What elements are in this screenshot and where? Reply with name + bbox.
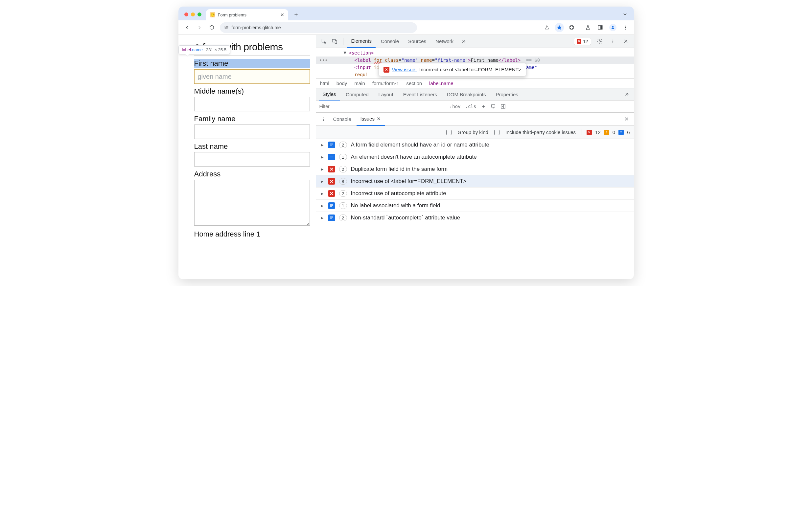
tab-console[interactable]: Console [377,35,403,48]
svg-rect-11 [335,41,336,43]
issue-row[interactable]: ▶2Non-standard `autocomplete` attribute … [316,212,634,224]
new-tab-button[interactable]: ＋ [291,10,301,19]
hov-toggle[interactable]: :hov [450,104,461,109]
back-button[interactable] [182,23,192,32]
more-subtabs-button[interactable] [622,90,631,99]
styles-filter-input[interactable] [316,101,446,112]
error-icon: ✕ [383,67,389,73]
settings-button[interactable] [595,37,604,46]
error-count-value: 12 [595,129,601,135]
issues-list: ▶2A form field element should have an id… [316,139,634,279]
share-button[interactable] [542,23,552,32]
view-issue-link[interactable]: View issue: [392,66,417,73]
drawer-tabbar: Console Issues ✕ ✕ [316,113,634,126]
issue-row[interactable]: ▶1No label associated with a form field [316,200,634,212]
expand-arrow-icon: ▶ [321,179,324,184]
device-tool-icon[interactable] [491,104,496,109]
elements-dom-tree[interactable]: ▼ ••• <section> <label for class="name" … [316,48,634,78]
tab-sources[interactable]: Sources [404,35,430,48]
divider [194,55,310,55]
issue-count-pill: 2 [339,166,347,173]
reload-button[interactable] [207,23,217,32]
minimize-window-button[interactable] [191,12,195,17]
tab-network[interactable]: Network [431,35,457,48]
subtab-styles[interactable]: Styles [319,88,340,101]
close-drawer-button[interactable]: ✕ [622,116,631,122]
extensions-button[interactable] [567,23,576,32]
address-label: Address [194,170,310,178]
crumb-body[interactable]: body [336,80,347,86]
collapse-arrow-icon[interactable]: ▼ [344,49,346,56]
error-count-badge[interactable]: ✕ 12 [574,38,591,45]
styles-tabbar: Styles Computed Layout Event Listeners D… [316,88,634,101]
rendered-page: label.name 331 × 25.5 A form with proble… [178,35,316,279]
side-panel-button[interactable] [596,23,605,32]
svg-point-0 [225,26,226,27]
crumb-label[interactable]: label.name [429,80,453,86]
drawer-menu-button[interactable] [319,115,328,124]
drawer-tab-issues-label: Issues [360,116,375,122]
issue-row[interactable]: ▶1An element doesn't have an autocomplet… [316,151,634,163]
tooltip-tag: label [182,47,191,52]
tooltip-dimensions: 331 × 25.5 [206,47,226,52]
new-style-button[interactable] [481,104,486,109]
issue-row[interactable]: ▶2Duplicate form field id in the same fo… [316,163,634,175]
more-tabs-button[interactable] [459,37,468,46]
browser-tab[interactable]: 😶 Form problems ✕ [206,9,288,20]
site-settings-icon[interactable] [224,25,229,30]
browser-tabstrip: 😶 Form problems ✕ ＋ [178,6,634,20]
maximize-window-button[interactable] [198,12,201,17]
profile-button[interactable] [608,23,617,32]
issue-row[interactable]: ▶8Incorrect use of <label for=FORM_ELEME… [316,175,634,187]
svg-point-7 [625,27,625,28]
issue-row[interactable]: ▶2Incorrect use of autocomplete attribut… [316,187,634,200]
close-tab-button[interactable]: ✕ [280,12,284,18]
line-menu-button[interactable]: ••• [320,56,328,64]
devtools-drawer: Console Issues ✕ ✕ Group by kind Include… [316,112,634,279]
address-textarea[interactable] [194,180,310,226]
dom-attr-for: for [374,57,382,63]
dom-breadcrumbs: html body main form#form-1 section label… [316,78,634,88]
subtab-layout[interactable]: Layout [375,88,397,101]
drawer-tab-issues[interactable]: Issues ✕ [357,113,385,126]
expand-arrow-icon: ▶ [321,143,324,147]
tab-elements[interactable]: Elements [347,35,376,48]
last-name-input[interactable] [194,152,310,166]
bookmark-button[interactable] [555,23,564,32]
error-icon: ✕ [577,39,581,44]
computed-panel-icon[interactable] [501,104,506,109]
labs-button[interactable] [583,23,592,32]
cls-toggle[interactable]: .cls [465,104,477,109]
close-devtools-button[interactable] [621,37,631,46]
group-by-kind-checkbox[interactable] [446,130,452,135]
drawer-tab-console[interactable]: Console [329,113,355,126]
close-issues-tab-icon[interactable]: ✕ [377,116,381,122]
tabs-dropdown-button[interactable] [621,10,629,18]
warn-count-value: 0 [612,129,615,135]
svg-point-5 [612,26,613,28]
crumb-main[interactable]: main [354,80,365,86]
chrome-menu-button[interactable] [621,23,630,32]
expand-arrow-icon: ▶ [321,191,324,196]
device-toolbar-button[interactable] [330,37,339,46]
crumb-html[interactable]: html [320,80,329,86]
address-bar[interactable]: form-problems.glitch.me [220,22,417,33]
subtab-event-listeners[interactable]: Event Listeners [399,88,441,101]
close-window-button[interactable] [184,12,188,17]
devtools-menu-button[interactable] [608,37,617,46]
issue-row[interactable]: ▶2A form field element should have an id… [316,139,634,151]
crumb-section[interactable]: section [406,80,422,86]
forward-button[interactable] [195,23,204,32]
middle-name-input[interactable] [194,97,310,111]
subtab-dom-breakpoints[interactable]: DOM Breakpoints [443,88,490,101]
dom-selected-line[interactable]: <label for class="name" name="first-name… [316,56,634,64]
inspect-tooltip: label.name 331 × 25.5 [178,45,230,54]
inspect-element-button[interactable] [320,37,329,46]
subtab-computed[interactable]: Computed [342,88,372,101]
middle-name-label: Middle name(s) [194,87,310,96]
family-name-input[interactable] [194,125,310,139]
subtab-properties[interactable]: Properties [491,88,522,101]
third-party-checkbox[interactable] [494,130,500,135]
crumb-form[interactable]: form#form-1 [372,80,399,86]
first-name-input[interactable] [194,69,310,84]
